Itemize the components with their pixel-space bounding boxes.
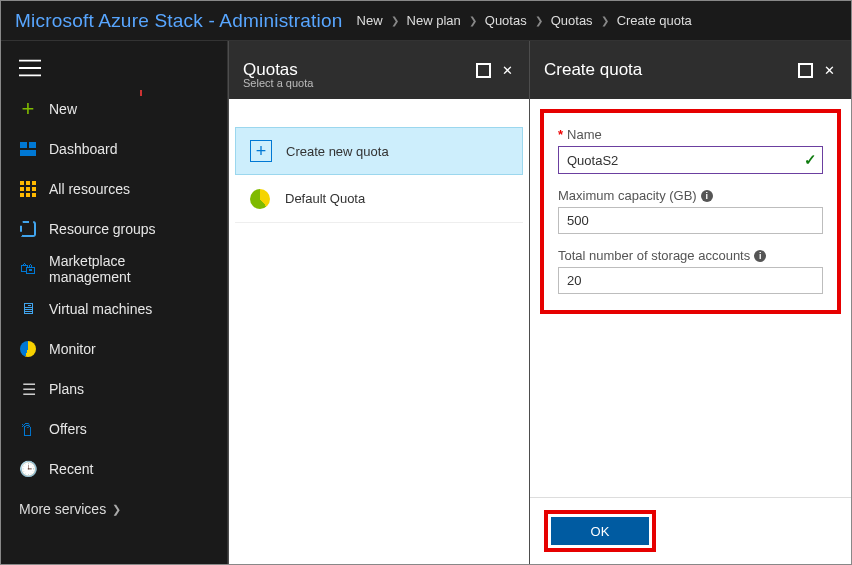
max-capacity-input[interactable] xyxy=(558,207,823,234)
sidebar-item-label: All resources xyxy=(49,181,130,197)
chevron-right-icon: ❯ xyxy=(469,15,477,26)
field-storage-accounts: Total number of storage accounts i xyxy=(558,248,823,294)
breadcrumb-item[interactable]: Quotas xyxy=(551,13,593,28)
blade-create-quota: Create quota ✕ * Name ✓ xyxy=(529,41,851,564)
blade-header: Quotas Select a quota ✕ xyxy=(229,41,529,99)
chevron-right-icon: ❯ xyxy=(601,15,609,26)
hamburger-icon xyxy=(19,59,41,77)
plus-box-icon: + xyxy=(250,140,272,162)
field-max-capacity: Maximum capacity (GB) i xyxy=(558,188,823,234)
ok-highlight-frame: OK xyxy=(544,510,656,552)
hamburger-button[interactable] xyxy=(1,47,227,89)
quota-item-label: Create new quota xyxy=(286,144,389,159)
ok-button[interactable]: OK xyxy=(551,517,649,545)
close-button[interactable]: ✕ xyxy=(821,62,837,78)
tag-icon: 🏷 xyxy=(19,420,37,438)
breadcrumb: New❯ New plan❯ Quotas❯ Quotas❯ Create qu… xyxy=(357,13,692,28)
top-bar: Microsoft Azure Stack - Administration N… xyxy=(1,1,851,41)
field-label-text: Total number of storage accounts xyxy=(558,248,750,263)
quota-item-default[interactable]: Default Quota xyxy=(235,175,523,223)
more-services-label: More services xyxy=(19,501,106,517)
sidebar-item-label: Resource groups xyxy=(49,221,156,237)
resource-group-icon xyxy=(20,221,36,237)
blade-title: Create quota xyxy=(544,60,642,80)
field-name: * Name ✓ xyxy=(558,127,823,174)
gauge-icon xyxy=(20,341,36,357)
form-highlight-frame: * Name ✓ Maximum capacity (GB) i xyxy=(540,109,841,314)
sidebar-item-offers[interactable]: 🏷 Offers xyxy=(1,409,227,449)
clock-icon: 🕒 xyxy=(19,460,37,478)
list-icon: ☰ xyxy=(19,380,37,398)
sidebar: + New Dashboard All resources Resource g… xyxy=(1,41,228,564)
check-icon: ✓ xyxy=(804,151,817,169)
sidebar-item-marketplace[interactable]: 🛍 Marketplace management xyxy=(1,249,227,289)
breadcrumb-item[interactable]: Quotas xyxy=(485,13,527,28)
field-label-text: Maximum capacity (GB) xyxy=(558,188,697,203)
grid-icon xyxy=(20,181,36,197)
info-icon[interactable]: i xyxy=(701,190,713,202)
sidebar-item-monitor[interactable]: Monitor xyxy=(1,329,227,369)
sidebar-item-label: New xyxy=(49,101,77,117)
blade-header: Create quota ✕ xyxy=(530,41,851,99)
sidebar-item-resource-groups[interactable]: Resource groups xyxy=(1,209,227,249)
sidebar-item-new[interactable]: + New xyxy=(1,89,227,129)
sidebar-item-recent[interactable]: 🕒 Recent xyxy=(1,449,227,489)
plus-icon: + xyxy=(19,100,37,118)
sidebar-item-label: Recent xyxy=(49,461,93,477)
sidebar-item-dashboard[interactable]: Dashboard xyxy=(1,129,227,169)
name-input[interactable] xyxy=(558,146,823,174)
chevron-right-icon: ❯ xyxy=(391,15,399,26)
brand-title[interactable]: Microsoft Azure Stack - Administration xyxy=(15,10,343,32)
maximize-button[interactable] xyxy=(797,62,813,78)
field-label-text: Name xyxy=(567,127,602,142)
monitor-icon: 🖥 xyxy=(19,300,37,318)
info-icon[interactable]: i xyxy=(754,250,766,262)
sidebar-item-all-resources[interactable]: All resources xyxy=(1,169,227,209)
breadcrumb-item[interactable]: New xyxy=(357,13,383,28)
blade-footer: OK xyxy=(530,497,851,564)
quota-item-create-new[interactable]: + Create new quota xyxy=(235,127,523,175)
sidebar-item-virtual-machines[interactable]: 🖥 Virtual machines xyxy=(1,289,227,329)
breadcrumb-item[interactable]: Create quota xyxy=(617,13,692,28)
chevron-right-icon: ❯ xyxy=(535,15,543,26)
blade-quotas: Quotas Select a quota ✕ + Create new quo… xyxy=(228,41,529,564)
sidebar-item-label: Virtual machines xyxy=(49,301,152,317)
sidebar-item-plans[interactable]: ☰ Plans xyxy=(1,369,227,409)
pie-icon xyxy=(250,189,270,209)
storage-accounts-input[interactable] xyxy=(558,267,823,294)
sidebar-item-label: Offers xyxy=(49,421,87,437)
more-services-link[interactable]: More services ❯ xyxy=(1,489,227,529)
sidebar-item-label: Marketplace management xyxy=(49,253,209,285)
breadcrumb-item[interactable]: New plan xyxy=(407,13,461,28)
sidebar-item-label: Dashboard xyxy=(49,141,118,157)
shopping-bag-icon: 🛍 xyxy=(19,260,37,278)
indicator-mark xyxy=(140,90,142,96)
quota-item-label: Default Quota xyxy=(285,191,365,206)
dashboard-icon xyxy=(20,142,36,156)
chevron-right-icon: ❯ xyxy=(112,503,121,516)
required-mark: * xyxy=(558,127,563,142)
blade-subtitle: Select a quota xyxy=(243,77,313,89)
maximize-button[interactable] xyxy=(475,62,491,78)
close-button[interactable]: ✕ xyxy=(499,62,515,78)
sidebar-item-label: Monitor xyxy=(49,341,96,357)
sidebar-item-label: Plans xyxy=(49,381,84,397)
